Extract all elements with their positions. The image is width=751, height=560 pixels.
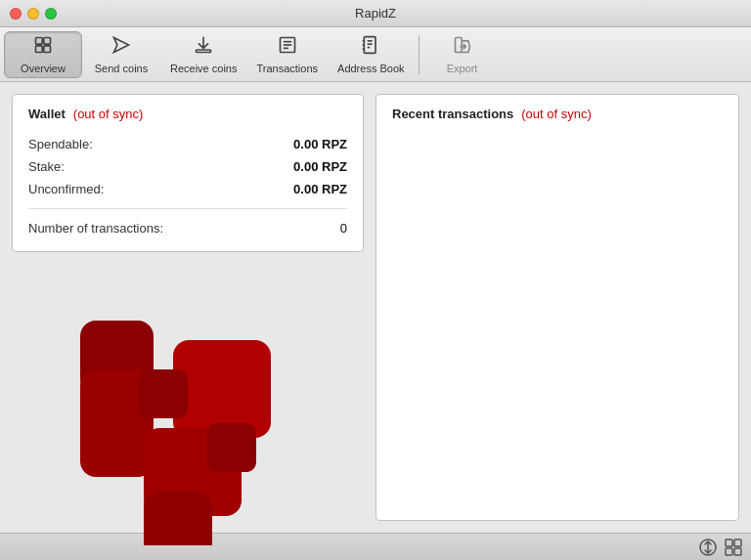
close-button[interactable]: [10, 8, 22, 20]
num-transactions-label: Number of transactions:: [28, 221, 163, 236]
title-bar: RapidZ: [0, 0, 751, 27]
wallet-header: Wallet (out of sync): [28, 107, 347, 121]
receive-coins-icon: [194, 35, 213, 60]
wallet-panel: Wallet (out of sync) Spendable: 0.00 RPZ…: [12, 94, 364, 521]
export-icon: [453, 35, 472, 60]
window-controls: [10, 8, 57, 20]
spendable-label: Spendable:: [28, 137, 93, 151]
toolbar: Overview Send coins Receive coins: [0, 27, 751, 82]
svg-rect-1: [44, 37, 51, 44]
address-book-icon: [361, 35, 380, 60]
unconfirmed-value: 0.00 RPZ: [293, 182, 347, 196]
wallet-box: Wallet (out of sync) Spendable: 0.00 RPZ…: [12, 94, 364, 252]
svg-rect-29: [726, 548, 732, 555]
transactions-header: Recent transactions (out of sync): [392, 107, 723, 121]
toolbar-address-book-button[interactable]: Address Book: [328, 31, 414, 78]
transactions-label: Transactions: [256, 63, 318, 74]
minimize-button[interactable]: [27, 8, 39, 20]
svg-rect-3: [44, 45, 51, 52]
transactions-icon: [278, 35, 297, 60]
stake-value: 0.00 RPZ: [293, 159, 347, 174]
svg-rect-5: [197, 50, 211, 53]
settings-status-icon[interactable]: [724, 538, 743, 557]
sync-status-icon[interactable]: [698, 538, 718, 557]
num-transactions-row: Number of transactions: 0: [28, 217, 347, 239]
stake-label: Stake:: [28, 159, 65, 174]
toolbar-receive-coins-button[interactable]: Receive coins: [160, 31, 246, 78]
svg-rect-22: [144, 492, 212, 545]
svg-rect-30: [734, 548, 741, 555]
spendable-row: Spendable: 0.00 RPZ: [28, 133, 347, 155]
svg-rect-23: [139, 369, 188, 418]
send-coins-label: Send coins: [95, 63, 148, 74]
main-content: Wallet (out of sync) Spendable: 0.00 RPZ…: [0, 82, 751, 533]
wallet-divider: [28, 208, 347, 209]
window-title: RapidZ: [355, 6, 396, 21]
transactions-title: Recent transactions: [392, 107, 513, 121]
overview-label: Overview: [21, 63, 66, 74]
svg-marker-4: [114, 37, 129, 52]
svg-rect-28: [734, 539, 741, 546]
svg-rect-2: [36, 45, 43, 52]
export-label: Export: [447, 63, 478, 74]
send-coins-icon: [111, 35, 131, 60]
transactions-sync-status: (out of sync): [521, 107, 592, 121]
stake-row: Stake: 0.00 RPZ: [28, 155, 347, 178]
transactions-panel: Recent transactions (out of sync): [376, 94, 739, 521]
toolbar-export-button[interactable]: Export: [423, 31, 502, 78]
unconfirmed-label: Unconfirmed:: [28, 182, 104, 196]
unconfirmed-row: Unconfirmed: 0.00 RPZ: [28, 178, 347, 200]
svg-rect-27: [726, 539, 732, 546]
svg-rect-17: [455, 37, 462, 52]
wallet-title: Wallet: [28, 107, 66, 121]
rapidz-logo: [51, 272, 325, 545]
toolbar-send-coins-button[interactable]: Send coins: [82, 31, 160, 78]
svg-rect-24: [207, 423, 256, 472]
overview-icon: [33, 35, 53, 60]
num-transactions-value: 0: [340, 221, 347, 236]
svg-rect-0: [36, 37, 43, 44]
maximize-button[interactable]: [45, 8, 57, 20]
toolbar-transactions-button[interactable]: Transactions: [246, 31, 328, 78]
logo-area: [12, 272, 364, 545]
toolbar-overview-button[interactable]: Overview: [4, 31, 82, 78]
toolbar-separator: [419, 35, 420, 74]
wallet-sync-status: (out of sync): [73, 107, 144, 121]
receive-coins-label: Receive coins: [170, 63, 237, 74]
address-book-label: Address Book: [337, 63, 404, 74]
spendable-value: 0.00 RPZ: [293, 137, 347, 151]
